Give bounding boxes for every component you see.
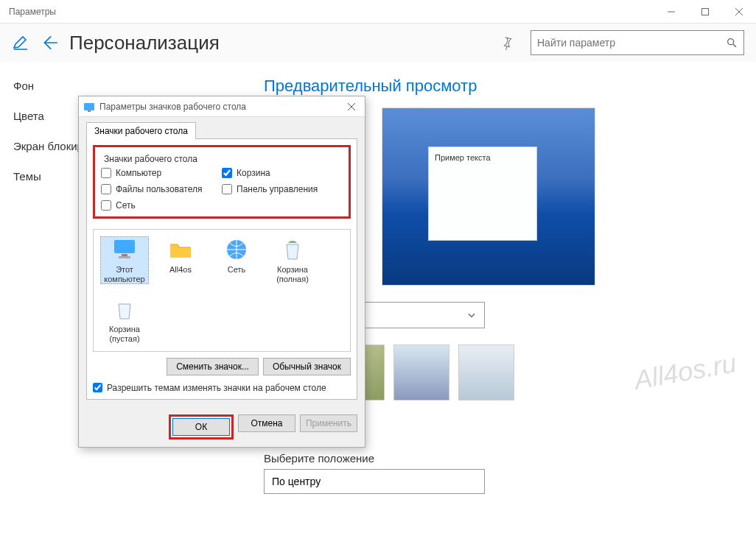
dialog-close-button[interactable] (343, 102, 360, 111)
back-button[interactable] (40, 33, 59, 52)
search-box[interactable] (531, 30, 744, 55)
search-icon[interactable] (726, 37, 738, 49)
globe-icon (223, 237, 250, 262)
svg-rect-12 (119, 256, 130, 258)
svg-rect-7 (88, 110, 91, 112)
allow-themes-label: Разрешить темам изменять значки на рабоч… (107, 383, 326, 393)
check-computer[interactable]: Компьютер (101, 168, 222, 178)
check-control-input[interactable] (222, 184, 232, 194)
icon-item-userfolder[interactable]: All4os (157, 237, 204, 283)
icon-item-recycle-full[interactable]: Корзина (полная) (269, 237, 316, 283)
icon-item-label: Этот компьютер (101, 265, 148, 283)
default-icon-button[interactable]: Обычный значок (263, 358, 351, 375)
svg-rect-6 (84, 103, 94, 110)
ok-button[interactable]: ОК (172, 418, 230, 436)
pin-icon[interactable] (500, 35, 514, 50)
monitor-icon (111, 237, 138, 262)
icon-item-recycle-empty[interactable]: Корзина (пустая) (101, 297, 148, 343)
ok-highlight: ОК (169, 414, 234, 440)
svg-rect-11 (122, 254, 127, 256)
allow-themes-checkbox[interactable]: Разрешить темам изменять значки на рабоч… (93, 383, 351, 393)
check-computer-input[interactable] (101, 168, 111, 178)
window-titlebar: Параметры (0, 0, 756, 24)
svg-point-4 (728, 39, 734, 45)
icon-preview-grid: Этот компьютер All4os Сеть (93, 229, 351, 352)
check-control-label: Панель управления (237, 184, 318, 194)
close-button[interactable] (722, 0, 756, 24)
preview-sample-text: Пример текста (435, 153, 491, 162)
maximize-button[interactable] (688, 0, 722, 24)
recycle-full-icon (279, 237, 306, 262)
icon-item-computer[interactable]: Этот компьютер (101, 237, 148, 283)
check-computer-label: Компьютер (116, 168, 161, 178)
dialog-titlebar: Параметры значков рабочего стола (79, 96, 365, 117)
minimize-button[interactable] (654, 0, 688, 24)
desktop-icons-dialog: Параметры значков рабочего стола Значки … (78, 96, 365, 448)
check-recycle[interactable]: Корзина (222, 168, 343, 178)
chevron-down-icon (466, 310, 477, 320)
check-network[interactable]: Сеть (101, 200, 222, 211)
edit-icon (12, 34, 29, 52)
wallpaper-thumb[interactable] (393, 345, 449, 400)
icon-item-label: Корзина (пустая) (101, 325, 148, 343)
check-control[interactable]: Панель управления (222, 184, 343, 194)
change-icon-button[interactable]: Сменить значок... (167, 358, 259, 375)
recycle-empty-icon (111, 297, 138, 322)
preview-heading: Предварительный просмотр (264, 77, 735, 96)
dialog-icon (83, 101, 95, 113)
icon-item-network[interactable]: Сеть (213, 237, 260, 283)
check-userfiles[interactable]: Файлы пользователя (101, 184, 222, 194)
allow-themes-input[interactable] (93, 383, 102, 392)
svg-line-5 (733, 44, 736, 47)
page-title: Персонализация (69, 32, 489, 54)
desktop-icons-group: Значки рабочего стола Компьютер Корзина … (93, 145, 351, 219)
tab-desktop-icons[interactable]: Значки рабочего стола (86, 122, 196, 139)
position-label: Выберите положение (264, 452, 735, 465)
preview-sample-window: Пример текста (428, 147, 537, 241)
page-header: Персонализация (0, 24, 756, 62)
position-dropdown[interactable] (264, 469, 485, 494)
search-input[interactable] (537, 37, 726, 49)
dialog-footer: ОК Отмена Применить (79, 407, 365, 447)
window-title: Параметры (0, 7, 654, 17)
cancel-button[interactable]: Отмена (238, 414, 295, 432)
svg-rect-10 (114, 240, 135, 253)
wallpaper-thumb[interactable] (458, 345, 514, 400)
icon-item-label: All4os (169, 265, 192, 275)
desktop-preview: Пример текста (382, 107, 595, 286)
check-userfiles-label: Файлы пользователя (116, 184, 202, 194)
dialog-title: Параметры значков рабочего стола (99, 102, 343, 112)
svg-rect-1 (702, 8, 709, 15)
check-network-input[interactable] (101, 200, 111, 211)
icon-item-label: Сеть (228, 265, 245, 275)
check-network-label: Сеть (116, 200, 136, 211)
folder-icon (167, 237, 194, 262)
icon-item-label: Корзина (полная) (269, 265, 316, 283)
check-userfiles-input[interactable] (101, 184, 111, 194)
group-label: Значки рабочего стола (101, 154, 200, 164)
apply-button[interactable]: Применить (300, 414, 357, 432)
check-recycle-label: Корзина (237, 168, 270, 178)
check-recycle-input[interactable] (222, 168, 232, 178)
